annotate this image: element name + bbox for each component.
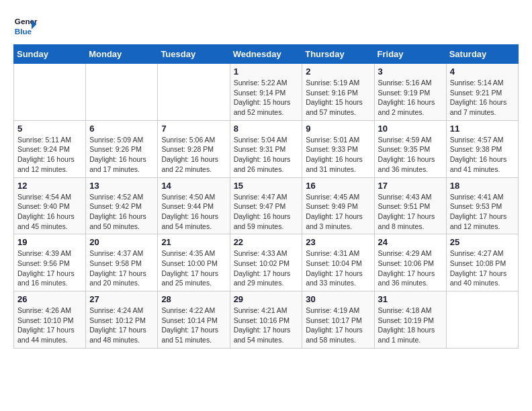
calendar-week-4: 26Sunrise: 4:26 AM Sunset: 10:10 PM Dayl…	[14, 291, 519, 349]
day-info: Sunrise: 4:59 AM Sunset: 9:35 PM Dayligh…	[378, 135, 443, 175]
calendar-week-0: 1Sunrise: 5:22 AM Sunset: 9:14 PM Daylig…	[14, 64, 519, 121]
day-number: 24	[378, 237, 443, 247]
svg-text:Blue: Blue	[15, 27, 32, 36]
day-info: Sunrise: 4:52 AM Sunset: 9:42 PM Dayligh…	[89, 192, 154, 232]
day-number: 27	[89, 294, 154, 304]
day-info: Sunrise: 4:45 AM Sunset: 9:49 PM Dayligh…	[306, 192, 370, 232]
calendar-cell: 15Sunrise: 4:47 AM Sunset: 9:47 PM Dayli…	[230, 177, 302, 234]
day-number: 9	[306, 124, 370, 134]
calendar-cell: 8Sunrise: 5:04 AM Sunset: 9:31 PM Daylig…	[230, 120, 302, 177]
day-info: Sunrise: 5:22 AM Sunset: 9:14 PM Dayligh…	[234, 78, 299, 118]
day-number: 22	[234, 237, 299, 247]
calendar-cell: 11Sunrise: 4:57 AM Sunset: 9:38 PM Dayli…	[446, 120, 518, 177]
calendar-week-3: 19Sunrise: 4:39 AM Sunset: 9:56 PM Dayli…	[14, 234, 519, 291]
calendar-cell: 30Sunrise: 4:19 AM Sunset: 10:17 PM Dayl…	[302, 291, 374, 349]
day-info: Sunrise: 4:41 AM Sunset: 9:53 PM Dayligh…	[450, 192, 515, 232]
day-info: Sunrise: 4:54 AM Sunset: 9:40 PM Dayligh…	[17, 192, 82, 232]
day-info: Sunrise: 4:18 AM Sunset: 10:19 PM Daylig…	[378, 306, 443, 345]
weekday-header-wednesday: Wednesday	[230, 45, 302, 64]
day-info: Sunrise: 4:57 AM Sunset: 9:38 PM Dayligh…	[450, 135, 515, 175]
calendar-cell: 10Sunrise: 4:59 AM Sunset: 9:35 PM Dayli…	[374, 120, 446, 177]
day-number: 19	[17, 237, 82, 247]
calendar-cell: 2Sunrise: 5:19 AM Sunset: 9:16 PM Daylig…	[302, 64, 374, 121]
day-number: 13	[89, 181, 154, 191]
day-info: Sunrise: 5:11 AM Sunset: 9:24 PM Dayligh…	[17, 135, 82, 175]
calendar-cell: 26Sunrise: 4:26 AM Sunset: 10:10 PM Dayl…	[14, 291, 86, 349]
day-number: 4	[450, 66, 515, 77]
day-number: 1	[234, 66, 299, 77]
calendar-cell: 25Sunrise: 4:27 AM Sunset: 10:08 PM Dayl…	[446, 234, 518, 291]
weekday-header-sunday: Sunday	[14, 45, 86, 64]
day-number: 31	[378, 294, 443, 304]
calendar-header: SundayMondayTuesdayWednesdayThursdayFrid…	[14, 45, 519, 64]
day-number: 25	[450, 237, 515, 247]
calendar-cell: 7Sunrise: 5:06 AM Sunset: 9:28 PM Daylig…	[158, 120, 230, 177]
calendar-cell: 21Sunrise: 4:35 AM Sunset: 10:00 PM Dayl…	[158, 234, 230, 291]
calendar-cell: 22Sunrise: 4:33 AM Sunset: 10:02 PM Dayl…	[230, 234, 302, 291]
day-number: 6	[89, 124, 154, 134]
day-info: Sunrise: 4:29 AM Sunset: 10:06 PM Daylig…	[378, 248, 443, 288]
calendar-cell: 23Sunrise: 4:31 AM Sunset: 10:04 PM Dayl…	[302, 234, 374, 291]
calendar-cell: 1Sunrise: 5:22 AM Sunset: 9:14 PM Daylig…	[230, 64, 302, 121]
calendar-cell: 18Sunrise: 4:41 AM Sunset: 9:53 PM Dayli…	[446, 177, 518, 234]
day-number: 30	[306, 294, 370, 304]
day-number: 21	[161, 237, 226, 247]
day-number: 7	[161, 124, 226, 134]
calendar-cell: 31Sunrise: 4:18 AM Sunset: 10:19 PM Dayl…	[374, 291, 446, 349]
calendar-cell: 3Sunrise: 5:16 AM Sunset: 9:19 PM Daylig…	[374, 64, 446, 121]
day-info: Sunrise: 5:01 AM Sunset: 9:33 PM Dayligh…	[306, 135, 370, 175]
calendar-cell: 29Sunrise: 4:21 AM Sunset: 10:16 PM Dayl…	[230, 291, 302, 349]
calendar-cell: 27Sunrise: 4:24 AM Sunset: 10:12 PM Dayl…	[86, 291, 158, 349]
logo: GeneralBlue	[13, 13, 38, 38]
day-info: Sunrise: 5:04 AM Sunset: 9:31 PM Dayligh…	[234, 135, 299, 175]
day-number: 3	[378, 66, 443, 77]
day-number: 28	[161, 294, 226, 304]
day-number: 26	[17, 294, 82, 304]
day-info: Sunrise: 5:16 AM Sunset: 9:19 PM Dayligh…	[378, 78, 443, 118]
calendar-week-1: 5Sunrise: 5:11 AM Sunset: 9:24 PM Daylig…	[14, 120, 519, 177]
day-info: Sunrise: 4:39 AM Sunset: 9:56 PM Dayligh…	[17, 248, 82, 288]
day-info: Sunrise: 5:19 AM Sunset: 9:16 PM Dayligh…	[306, 78, 370, 118]
calendar-table: SundayMondayTuesdayWednesdayThursdayFrid…	[13, 44, 519, 349]
day-number: 10	[378, 124, 443, 134]
logo-icon: GeneralBlue	[13, 13, 38, 38]
calendar-cell: 14Sunrise: 4:50 AM Sunset: 9:44 PM Dayli…	[158, 177, 230, 234]
day-number: 23	[306, 237, 370, 247]
day-info: Sunrise: 4:19 AM Sunset: 10:17 PM Daylig…	[306, 306, 370, 345]
day-info: Sunrise: 4:21 AM Sunset: 10:16 PM Daylig…	[234, 306, 299, 345]
day-info: Sunrise: 4:26 AM Sunset: 10:10 PM Daylig…	[17, 306, 82, 345]
day-number: 17	[378, 181, 443, 191]
day-info: Sunrise: 4:50 AM Sunset: 9:44 PM Dayligh…	[161, 192, 226, 232]
weekday-header-tuesday: Tuesday	[158, 45, 230, 64]
weekday-header-saturday: Saturday	[446, 45, 518, 64]
day-info: Sunrise: 4:22 AM Sunset: 10:14 PM Daylig…	[161, 306, 226, 345]
day-number: 5	[17, 124, 82, 134]
day-info: Sunrise: 5:06 AM Sunset: 9:28 PM Dayligh…	[161, 135, 226, 175]
day-number: 29	[234, 294, 299, 304]
day-info: Sunrise: 4:37 AM Sunset: 9:58 PM Dayligh…	[89, 248, 154, 288]
day-number: 18	[450, 181, 515, 191]
calendar-cell: 6Sunrise: 5:09 AM Sunset: 9:26 PM Daylig…	[86, 120, 158, 177]
day-number: 20	[89, 237, 154, 247]
weekday-header-monday: Monday	[86, 45, 158, 64]
calendar-cell: 16Sunrise: 4:45 AM Sunset: 9:49 PM Dayli…	[302, 177, 374, 234]
calendar-cell	[14, 64, 86, 121]
weekday-header-friday: Friday	[374, 45, 446, 64]
day-number: 8	[234, 124, 299, 134]
day-info: Sunrise: 4:27 AM Sunset: 10:08 PM Daylig…	[450, 248, 515, 288]
calendar-cell	[86, 64, 158, 121]
calendar-week-2: 12Sunrise: 4:54 AM Sunset: 9:40 PM Dayli…	[14, 177, 519, 234]
weekday-header-thursday: Thursday	[302, 45, 374, 64]
calendar-cell: 20Sunrise: 4:37 AM Sunset: 9:58 PM Dayli…	[86, 234, 158, 291]
calendar-cell: 13Sunrise: 4:52 AM Sunset: 9:42 PM Dayli…	[86, 177, 158, 234]
day-number: 16	[306, 181, 370, 191]
day-info: Sunrise: 4:35 AM Sunset: 10:00 PM Daylig…	[161, 248, 226, 288]
calendar-cell: 24Sunrise: 4:29 AM Sunset: 10:06 PM Dayl…	[374, 234, 446, 291]
page-header: GeneralBlue	[13, 13, 519, 38]
day-info: Sunrise: 4:43 AM Sunset: 9:51 PM Dayligh…	[378, 192, 443, 232]
calendar-cell	[446, 291, 518, 349]
calendar-cell: 17Sunrise: 4:43 AM Sunset: 9:51 PM Dayli…	[374, 177, 446, 234]
day-info: Sunrise: 4:24 AM Sunset: 10:12 PM Daylig…	[89, 306, 154, 345]
day-info: Sunrise: 4:47 AM Sunset: 9:47 PM Dayligh…	[234, 192, 299, 232]
day-number: 15	[234, 181, 299, 191]
